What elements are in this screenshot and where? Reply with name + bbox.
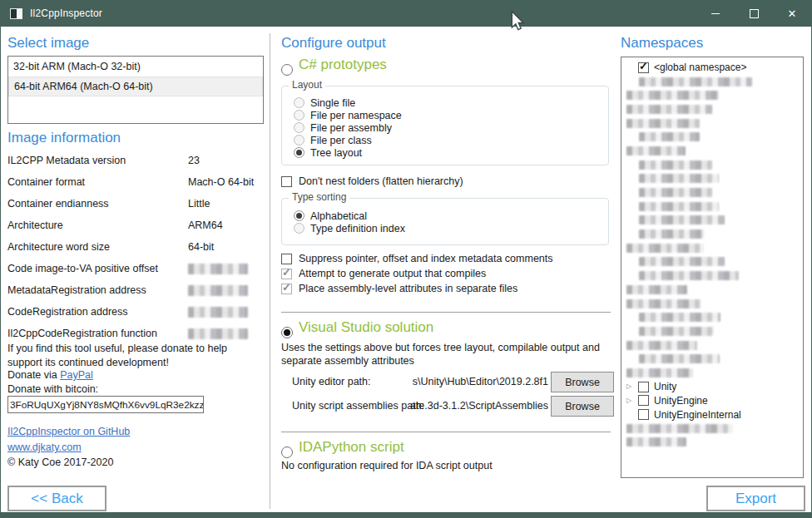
output-option-row[interactable]: Suppress pointer, offset and index metad… — [281, 251, 553, 266]
namespace-item-redacted — [621, 338, 803, 353]
unity-scripts-path-value[interactable]: ate.3d-3.1.2\ScriptAssemblies — [359, 400, 548, 412]
redacted-namespace — [626, 424, 733, 433]
check-mark-icon: ✓ — [282, 281, 291, 294]
window-bottom-border — [1, 512, 811, 518]
back-button[interactable]: << Back — [7, 486, 106, 511]
namespace-item[interactable]: UnityEngineInternal — [621, 407, 803, 422]
type-sorting-option[interactable]: Type definition index — [294, 222, 608, 234]
namespace-label: <global namespace> — [654, 62, 746, 73]
github-link[interactable]: Il2CppInspector on GitHub — [7, 426, 130, 437]
namespace-item-redacted — [621, 283, 803, 297]
namespace-item-redacted — [621, 269, 803, 283]
check-mark-icon: ✓ — [639, 60, 648, 72]
layout-radio[interactable] — [294, 122, 304, 133]
idapython-description: No configuration required for IDA script… — [281, 460, 493, 471]
output-option-checkbox[interactable] — [281, 254, 292, 264]
idapython-label[interactable]: IDAPython script — [299, 439, 404, 456]
namespace-item-redacted — [621, 227, 803, 241]
namespace-item-redacted — [621, 214, 803, 228]
visual-studio-label[interactable]: Visual Studio solution — [299, 319, 433, 336]
minimize-button[interactable] — [696, 0, 735, 27]
paypal-link[interactable]: PayPal — [60, 369, 93, 381]
namespace-checkbox[interactable]: ✓ — [638, 62, 649, 73]
output-option-checkbox[interactable]: ✓ — [281, 269, 292, 279]
layout-radio[interactable] — [294, 97, 304, 108]
redacted-namespace — [626, 299, 701, 308]
visual-studio-description: Uses the settings above but forces tree … — [281, 341, 616, 368]
namespace-item-redacted — [621, 310, 803, 324]
namespace-item-redacted — [621, 366, 803, 380]
layout-radio[interactable] — [294, 147, 304, 158]
unity-editor-path-value[interactable]: s\Unity\Hub\Editor\2019.2.8f1 — [359, 376, 548, 387]
layout-option[interactable]: Single file — [294, 96, 608, 109]
layout-radio[interactable] — [294, 135, 304, 146]
expand-arrow-icon[interactable]: ▷ — [626, 383, 638, 390]
expand-arrow-icon[interactable]: ▷ — [626, 397, 638, 404]
close-button[interactable]: ✕ — [773, 0, 811, 27]
redacted-namespace — [626, 119, 700, 128]
layout-option[interactable]: Tree layout — [294, 146, 608, 159]
csharp-prototypes-radio[interactable] — [281, 64, 293, 76]
visual-studio-radio[interactable] — [281, 327, 293, 338]
image-info-row: Container formatMach-O 64-bit — [7, 176, 260, 198]
maximize-button[interactable] — [735, 0, 773, 27]
namespace-item[interactable]: ▷Unity — [621, 380, 803, 394]
layout-label: Single file — [310, 97, 355, 109]
close-icon: ✕ — [788, 8, 797, 19]
namespace-item[interactable]: ✓<global namespace> — [621, 61, 803, 75]
unity-scripts-browse-button[interactable]: Browse — [551, 396, 614, 417]
image-list-item[interactable]: 32-bit ARM (Mach-O 32-bit) — [8, 57, 263, 76]
layout-label: Tree layout — [310, 147, 362, 159]
export-button[interactable]: Export — [706, 486, 805, 511]
image-info-row: Code image-to-VA positive offset — [7, 263, 260, 284]
image-listbox[interactable]: 32-bit ARM (Mach-O 32-bit)64-bit ARM64 (… — [7, 56, 264, 124]
namespace-item-redacted — [621, 88, 803, 102]
layout-option[interactable]: File per class — [294, 134, 608, 146]
redacted-namespace — [639, 215, 725, 224]
redacted-value — [188, 307, 248, 318]
namespace-checkbox[interactable] — [638, 382, 649, 392]
type-sorting-groupbox: Type sorting AlphabeticalType definition… — [281, 198, 609, 245]
idapython-radio[interactable] — [281, 446, 293, 458]
redacted-namespace — [626, 91, 719, 100]
csharp-prototypes-label[interactable]: C# prototypes — [299, 57, 387, 73]
redacted-namespace — [639, 271, 739, 280]
namespaces-listbox[interactable]: ✓<global namespace>▷Unity▷UnityEngineUni… — [621, 57, 804, 478]
type-sorting-label: Alphabetical — [310, 210, 367, 222]
donate-text: If you find this tool useful, please don… — [7, 342, 262, 369]
image-list-item[interactable]: 64-bit ARM64 (Mach-O 64-bit) — [8, 76, 263, 96]
image-info-label: Code image-to-VA positive offset — [7, 263, 188, 284]
minimize-icon — [711, 13, 720, 14]
left-divider — [270, 33, 270, 509]
namespace-item-redacted — [621, 158, 803, 172]
output-option-checkbox[interactable]: ✓ — [281, 284, 292, 294]
image-info-row: Container endiannessLittle — [7, 198, 260, 220]
namespace-checkbox[interactable] — [638, 409, 649, 420]
bitcoin-address-field[interactable]: 3FoRUqUXgYj8NY8sMQfhX6vv9LqR3e2kzz — [7, 396, 204, 413]
type-sorting-option[interactable]: Alphabetical — [294, 210, 608, 222]
redacted-namespace — [639, 327, 714, 336]
redacted-namespace — [639, 257, 725, 266]
layout-option[interactable]: File per namespace — [294, 109, 608, 121]
type-sorting-radio[interactable] — [294, 223, 304, 234]
image-info-value: Mach-O 64-bit — [188, 176, 254, 198]
image-info-value: Little — [188, 198, 210, 220]
app-icon — [10, 8, 22, 19]
image-info-table: IL2CPP Metadata version23Container forma… — [7, 155, 260, 349]
layout-option[interactable]: File per assembly — [294, 121, 608, 134]
website-link[interactable]: www.djkaty.com — [7, 442, 82, 453]
output-option-row[interactable]: ✓Place assembly-level attributes in sepa… — [281, 281, 553, 296]
layout-radio[interactable] — [294, 110, 304, 121]
output-option-row[interactable]: ✓Attempt to generate output that compile… — [281, 266, 553, 281]
redacted-namespace — [626, 341, 697, 350]
window-title: Il2CppInspector — [30, 7, 102, 19]
image-info-row: IL2CPP Metadata version23 — [7, 155, 260, 176]
output-option-label: Suppress pointer, offset and index metad… — [299, 253, 553, 264]
flatten-hierarchy-row[interactable]: Don't nest folders (flatten hierarchy) — [281, 175, 463, 187]
output-option-label: Attempt to generate output that compiles — [299, 268, 486, 279]
namespace-checkbox[interactable] — [638, 395, 649, 406]
namespace-item[interactable]: ▷UnityEngine — [621, 394, 803, 408]
unity-editor-browse-button[interactable]: Browse — [551, 372, 614, 392]
flatten-hierarchy-checkbox[interactable] — [281, 176, 292, 187]
type-sorting-radio[interactable] — [294, 210, 304, 221]
